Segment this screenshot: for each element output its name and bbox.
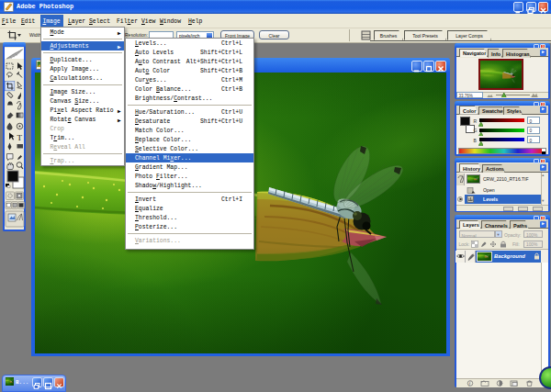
svg-text:T: T: [17, 133, 23, 142]
svg-text:f: f: [469, 380, 472, 386]
